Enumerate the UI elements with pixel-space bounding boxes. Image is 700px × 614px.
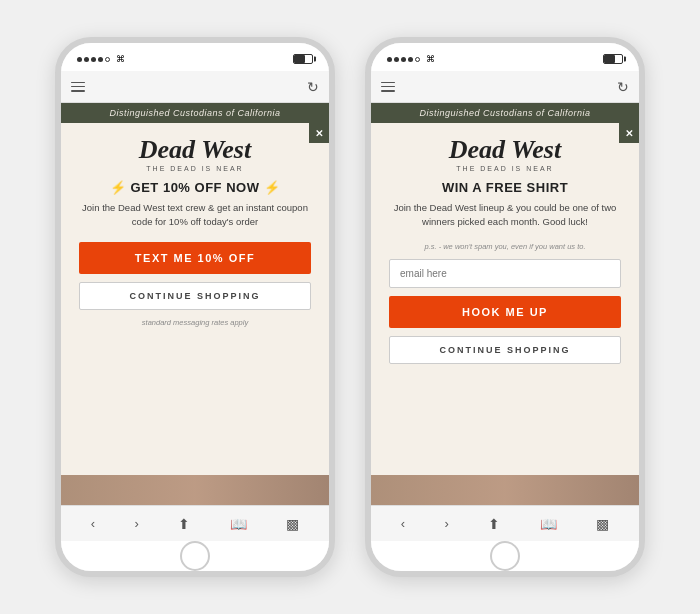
dot4-2	[408, 57, 413, 62]
dot3-2	[401, 57, 406, 62]
back-button-2[interactable]: ‹	[401, 516, 405, 531]
bookmarks-icon-2[interactable]: 📖	[540, 516, 557, 532]
home-indicator-1	[61, 541, 329, 571]
subtext-2: Join the Dead West lineup & you could be…	[389, 201, 621, 230]
signal-dots: ⌘	[77, 54, 125, 64]
home-indicator-2	[371, 541, 639, 571]
status-bar-2: ⌘	[371, 43, 639, 71]
home-button-1[interactable]	[180, 541, 210, 571]
dot2	[84, 57, 89, 62]
phone-2: ⌘ ↻ Distinguished Custodians of Californ…	[365, 37, 645, 577]
headline-2: WIN A FREE SHIRT	[442, 180, 568, 195]
modal-2: ✕ Dead West THE DEAD IS NEAR WIN A FREE …	[371, 123, 639, 475]
bookmarks-icon-1[interactable]: 📖	[230, 516, 247, 532]
battery-icon	[293, 54, 313, 64]
status-bar-1: ⌘	[61, 43, 329, 71]
phone-screen-1: Distinguished Custodians of California ✕…	[61, 103, 329, 505]
back-button-1[interactable]: ‹	[91, 516, 95, 531]
signal-dots-2: ⌘	[387, 54, 435, 64]
primary-cta-2[interactable]: HOOK ME UP	[389, 296, 621, 328]
dot1	[77, 57, 82, 62]
nav-bar-2: ‹ › ⬆ 📖 ▩	[371, 505, 639, 541]
hamburger-icon-2[interactable]	[381, 82, 395, 92]
close-button-2[interactable]: ✕	[619, 123, 639, 143]
home-button-2[interactable]	[490, 541, 520, 571]
battery-icon-2	[603, 54, 623, 64]
dot5-2	[415, 57, 420, 62]
share-icon-2[interactable]: ⬆	[488, 516, 500, 532]
logo-main-2: Dead West	[449, 137, 561, 163]
refresh-icon-2[interactable]: ↻	[617, 79, 629, 95]
modal-1: ✕ Dead West THE DEAD IS NEAR ⚡ GET 10% O…	[61, 123, 329, 475]
logo-sub-1: THE DEAD IS NEAR	[146, 165, 243, 172]
bottom-strip-1	[61, 475, 329, 505]
nav-bar-1: ‹ › ⬆ 📖 ▩	[61, 505, 329, 541]
refresh-icon[interactable]: ↻	[307, 79, 319, 95]
spam-note-2: p.s. - we won't spam you, even if you wa…	[424, 242, 585, 251]
email-input-2[interactable]	[389, 259, 621, 288]
logo-sub-2: THE DEAD IS NEAR	[456, 165, 553, 172]
banner-bar-1: Distinguished Custodians of California	[61, 103, 329, 123]
hamburger-icon[interactable]	[71, 82, 85, 92]
headline-1: ⚡ GET 10% OFF NOW ⚡	[110, 180, 280, 195]
banner-bar-2: Distinguished Custodians of California	[371, 103, 639, 123]
close-button-1[interactable]: ✕	[309, 123, 329, 143]
bottom-strip-2	[371, 475, 639, 505]
phone-screen-2: Distinguished Custodians of California ✕…	[371, 103, 639, 505]
phones-container: ⌘ ↻ Distinguished Custodians of Californ…	[35, 17, 665, 597]
tabs-icon-2[interactable]: ▩	[596, 516, 609, 532]
browser-bar-2: ↻	[371, 71, 639, 103]
tabs-icon-1[interactable]: ▩	[286, 516, 299, 532]
dot2-2	[394, 57, 399, 62]
dot4	[98, 57, 103, 62]
phone-1: ⌘ ↻ Distinguished Custodians of Californ…	[55, 37, 335, 577]
secondary-cta-2[interactable]: CONTINUE SHOPPING	[389, 336, 621, 364]
fine-print-1: standard messaging rates apply	[142, 318, 248, 327]
dot1-2	[387, 57, 392, 62]
forward-button-2[interactable]: ›	[445, 516, 449, 531]
forward-button-1[interactable]: ›	[135, 516, 139, 531]
browser-bar-1: ↻	[61, 71, 329, 103]
dot5	[105, 57, 110, 62]
logo-main-1: Dead West	[139, 137, 251, 163]
subtext-1: Join the Dead West text crew & get an in…	[79, 201, 311, 230]
primary-cta-1[interactable]: TEXT ME 10% OFF	[79, 242, 311, 274]
share-icon-1[interactable]: ⬆	[178, 516, 190, 532]
secondary-cta-1[interactable]: CONTINUE SHOPPING	[79, 282, 311, 310]
dot3	[91, 57, 96, 62]
